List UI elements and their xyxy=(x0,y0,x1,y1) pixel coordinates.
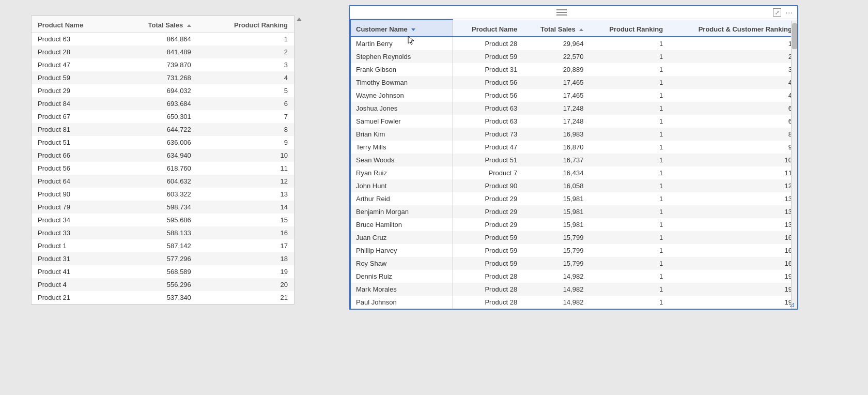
table-row: Product 21537,34021 xyxy=(32,291,294,304)
table-row: Product 90603,32213 xyxy=(32,188,294,201)
left-col-total-sales[interactable]: Total Sales xyxy=(116,16,197,33)
table-row: Product 59731,2684 xyxy=(32,71,294,84)
table-row: Frank GibsonProduct 3120,88913 xyxy=(350,63,797,76)
sort-desc-icon xyxy=(187,24,191,27)
connector-icon: ⊿ xyxy=(789,300,797,309)
table-row: Phillip HarveyProduct 5915,799116 xyxy=(350,244,797,257)
table-row: Product 1587,14217 xyxy=(32,239,294,252)
right-col-product-customer-ranking[interactable]: Product & Customer Ranking xyxy=(668,20,797,37)
table-row: Roy ShawProduct 5915,799116 xyxy=(350,257,797,270)
table-row: Product 28841,4892 xyxy=(32,45,294,58)
table-row: Product 79598,73414 xyxy=(32,201,294,214)
right-table-panel: ··· Customer Name Product Name Total Sal… xyxy=(349,5,798,310)
table-row: Joshua JonesProduct 6317,24816 xyxy=(350,102,797,115)
table-row: Product 34595,68615 xyxy=(32,214,294,226)
table-row: Wayne JohnsonProduct 5617,46514 xyxy=(350,89,797,102)
table-row: Juan CruzProduct 5915,799116 xyxy=(350,231,797,244)
table-row: Paul JohnsonProduct 2814,982119 xyxy=(350,296,797,309)
right-col-customer-name[interactable]: Customer Name xyxy=(350,20,453,37)
table-row: Product 63864,8641 xyxy=(32,33,294,46)
table-row: Terry MillsProduct 4716,87019 xyxy=(350,141,797,154)
table-row: Product 41568,58919 xyxy=(32,265,294,278)
table-row: Product 4556,29620 xyxy=(32,278,294,291)
more-button[interactable]: ··· xyxy=(785,8,793,17)
left-scrollbar[interactable] xyxy=(296,16,303,395)
table-row: Dennis RuizProduct 2814,982119 xyxy=(350,270,797,283)
table-row: Product 67650,3017 xyxy=(32,110,294,123)
left-table-panel: Product Name Total Sales Product Ranking… xyxy=(31,16,295,305)
table-row: Product 66634,94010 xyxy=(32,149,294,162)
table-row: Ryan RuizProduct 716,434111 xyxy=(350,166,797,179)
right-col-total-sales[interactable]: Total Sales xyxy=(522,20,588,37)
sort-asc-icon xyxy=(411,28,415,31)
table-row: Martin BerryProduct 2829,96411 xyxy=(350,37,797,50)
right-scrollbar-thumb[interactable] xyxy=(792,23,797,49)
table-row: Product 56618,76011 xyxy=(32,162,294,175)
right-col-product-ranking[interactable]: Product Ranking xyxy=(588,20,668,37)
left-col-product-ranking[interactable]: Product Ranking xyxy=(197,16,294,33)
table-row: Arthur ReidProduct 2915,981113 xyxy=(350,192,797,205)
left-col-product-name[interactable]: Product Name xyxy=(32,16,116,33)
table-row: Product 51636,0069 xyxy=(32,136,294,149)
table-row: Product 64604,63212 xyxy=(32,175,294,188)
table-row: Stephen ReynoldsProduct 5922,57012 xyxy=(350,50,797,63)
panel-header: ··· xyxy=(350,6,797,19)
expand-button[interactable] xyxy=(773,8,781,17)
left-table: Product Name Total Sales Product Ranking… xyxy=(32,16,294,304)
right-col-product-name[interactable]: Product Name xyxy=(453,20,522,37)
table-row: Product 47739,8703 xyxy=(32,58,294,71)
table-row: John HuntProduct 9016,058112 xyxy=(350,179,797,192)
table-row: Product 31577,29618 xyxy=(32,252,294,265)
table-row: Product 84693,6846 xyxy=(32,97,294,110)
right-table: Customer Name Product Name Total Sales P… xyxy=(350,19,797,309)
table-row: Benjamin MorganProduct 2915,981113 xyxy=(350,205,797,218)
table-row: Product 33588,13316 xyxy=(32,226,294,239)
table-row: Product 29694,0325 xyxy=(32,84,294,97)
table-row: Samuel FowlerProduct 6317,24816 xyxy=(350,115,797,128)
scroll-up-arrow[interactable] xyxy=(297,18,302,21)
sort-desc-icon-right xyxy=(579,28,583,31)
table-row: Product 81644,7228 xyxy=(32,123,294,136)
table-row: Bruce HamiltonProduct 2915,981113 xyxy=(350,218,797,231)
table-row: Brian KimProduct 7316,98318 xyxy=(350,128,797,141)
table-row: Timothy BowmanProduct 5617,46514 xyxy=(350,76,797,89)
table-row: Sean WoodsProduct 5116,737110 xyxy=(350,154,797,166)
table-row: Mark MoralesProduct 2814,982119 xyxy=(350,283,797,296)
right-scrollbar[interactable] xyxy=(791,21,797,309)
drag-handle[interactable] xyxy=(556,9,567,16)
